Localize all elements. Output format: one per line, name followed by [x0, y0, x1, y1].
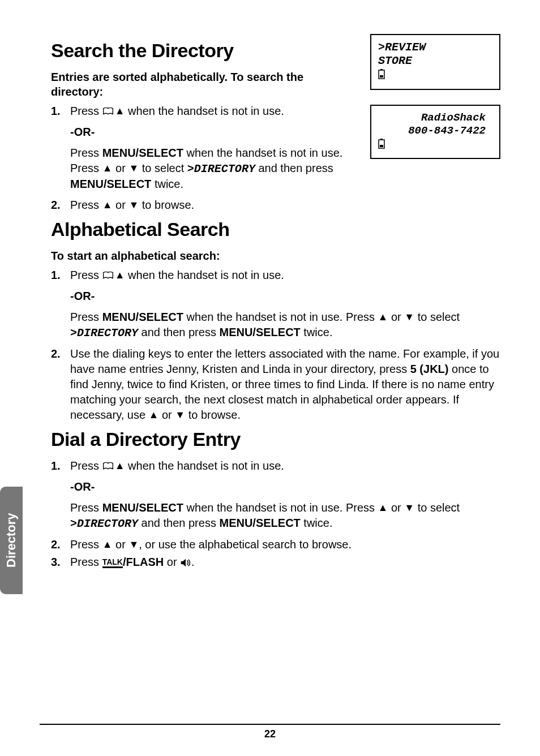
directory-icon [102, 462, 114, 470]
up-arrow-icon: ▲ [115, 270, 125, 280]
lcd-line: 800-843-7422 [378, 124, 486, 138]
step-number: 2. [51, 537, 70, 552]
lcd-screen-review-store: >REVIEW STORE [370, 34, 500, 90]
step-body: Press ▲ when the handset is not in use. … [70, 268, 500, 344]
step-number: 1. [51, 458, 70, 535]
svg-rect-5 [380, 145, 383, 147]
step-body: Press TALK/FLASH or . [70, 555, 500, 570]
battery-icon [378, 139, 385, 153]
heading-dial-directory-entry: Dial a Directory Entry [51, 428, 500, 450]
or-text: -OR- [70, 289, 500, 304]
up-arrow-icon: ▲ [102, 539, 113, 549]
down-arrow-icon: ▼ [404, 502, 414, 513]
step-number: 3. [51, 555, 70, 570]
directory-icon [102, 272, 114, 280]
up-arrow-icon: ▲ [102, 163, 113, 173]
footer-divider [40, 724, 500, 725]
step-body: Press ▲ when the handset is not in use. … [70, 104, 357, 195]
up-arrow-icon: ▲ [115, 106, 125, 116]
directory-icon [102, 108, 114, 115]
heading-alphabetical-search: Alphabetical Search [51, 218, 500, 240]
down-arrow-icon: ▼ [404, 312, 414, 322]
lcd-screen-contact: RadioShack 800-843-7422 [370, 105, 500, 159]
lcd-line: STORE [378, 54, 492, 68]
intro-search-directory: Entries are sorted alphabetically. To se… [51, 70, 357, 99]
up-arrow-icon: ▲ [115, 461, 125, 471]
step-number: 2. [51, 346, 70, 423]
step-body: Press ▲ or ▼ to browse. [70, 197, 357, 213]
down-arrow-icon: ▼ [128, 200, 139, 210]
step-number: 1. [51, 104, 70, 195]
up-arrow-icon: ▲ [378, 502, 388, 513]
lcd-line: >REVIEW [378, 41, 492, 54]
lcd-line: RadioShack [378, 111, 486, 124]
step-number: 1. [51, 268, 70, 344]
svg-rect-2 [380, 75, 383, 78]
down-arrow-icon: ▼ [175, 410, 185, 420]
heading-search-directory: Search the Directory [51, 40, 357, 62]
step-number: 2. [51, 197, 70, 213]
up-arrow-icon: ▲ [378, 312, 388, 322]
up-arrow-icon: ▲ [149, 410, 159, 420]
step-body: Use the dialing keys to enter the letter… [70, 346, 500, 423]
or-text: -OR- [70, 124, 357, 140]
down-arrow-icon: ▼ [128, 539, 139, 549]
down-arrow-icon: ▼ [128, 163, 139, 173]
or-text: -OR- [70, 479, 500, 495]
step-body: Press ▲ or ▼, or use the alphabetical se… [70, 537, 500, 552]
step-body: Press ▲ when the handset is not in use. … [70, 458, 500, 535]
up-arrow-icon: ▲ [102, 200, 113, 210]
side-tab-directory: Directory [0, 487, 23, 594]
intro-alphabetical-search: To start an alphabetical search: [51, 248, 500, 263]
talk-icon: TALK [102, 558, 123, 568]
page-number: 22 [0, 728, 540, 740]
speaker-icon [180, 556, 191, 565]
battery-icon [378, 69, 385, 83]
